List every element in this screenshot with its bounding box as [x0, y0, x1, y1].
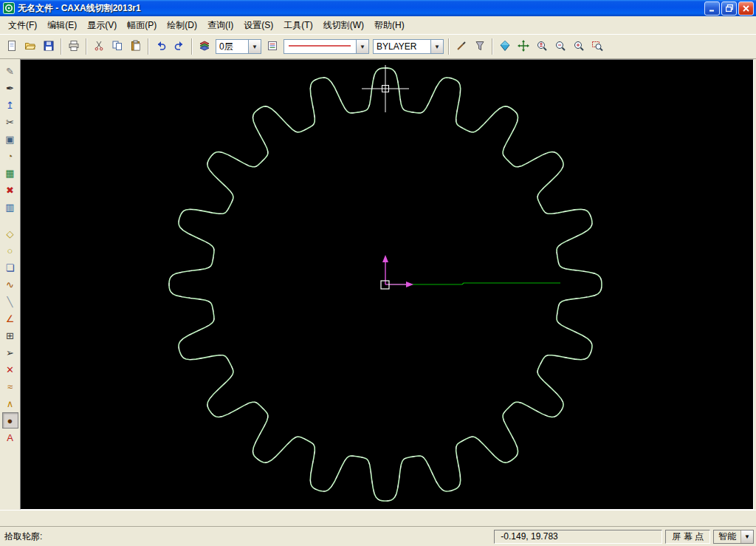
filter-button[interactable]	[471, 38, 489, 55]
title-bar: 无名文件 - CAXA线切割2013r1	[0, 0, 756, 16]
text-tool-icon[interactable]: A	[2, 429, 18, 446]
window-frame-icon[interactable]: ▣	[2, 131, 18, 147]
chevron-down-icon[interactable]: ▼	[356, 40, 368, 53]
status-prompt: 拾取轮廓:	[2, 530, 491, 543]
layer-manager-button[interactable]	[196, 38, 213, 55]
caret-tool-icon[interactable]: ∧	[2, 395, 18, 412]
cut-icon	[93, 40, 105, 54]
ellipse-tool-icon[interactable]: ○	[2, 242, 18, 259]
main-area: ✎✒↥✂▣◔▦✖▥◇○❏∿╲∠⊞➢✕≈∧●A	[0, 59, 756, 510]
undo-icon	[155, 40, 167, 54]
zoom-window-button[interactable]	[588, 38, 606, 55]
menu-settings[interactable]: 设置(S)	[238, 16, 278, 35]
axis-tool-icon[interactable]: ↥	[2, 97, 18, 113]
toolbar: 0层▼▼BYLAYER▼	[0, 35, 756, 59]
restore-button[interactable]	[721, 1, 737, 16]
zoom-out-button[interactable]	[551, 38, 569, 55]
toolbar-separator	[191, 38, 193, 55]
left-toolbar: ✎✒↥✂▣◔▦✖▥◇○❏∿╲∠⊞➢✕≈∧●A	[0, 59, 20, 510]
cut-button[interactable]	[90, 38, 108, 55]
color-combo-value: BYLAYER	[377, 41, 429, 52]
window-title: 无名文件 - CAXA线切割2013r1	[18, 2, 703, 15]
sheet-icon	[267, 40, 278, 54]
polygon-tool-icon[interactable]: ◇	[2, 225, 18, 242]
toolbar-separator	[148, 38, 149, 55]
menu-bar: 文件(F)编辑(E)显示(V)幅面(P)绘制(D)查询(I)设置(S)工具(T)…	[0, 16, 756, 35]
array-tool-icon[interactable]: ⊞	[2, 327, 18, 344]
command-prompt-strip	[0, 510, 756, 526]
redo-button[interactable]	[171, 38, 188, 55]
toolbar-separator	[61, 38, 62, 55]
delete-table-icon[interactable]: ✖	[2, 182, 18, 198]
screen-point-toggle[interactable]: 屏 幕 点	[665, 530, 710, 544]
new-file-button[interactable]	[3, 38, 21, 55]
linetype-sheet-button[interactable]	[264, 38, 281, 55]
render-button[interactable]	[496, 38, 514, 55]
wave-tool-icon[interactable]: ≈	[2, 378, 18, 395]
chevron-down-icon[interactable]: ▼	[740, 530, 753, 543]
dynamic-zoom-button[interactable]	[533, 38, 551, 55]
wand-icon	[456, 40, 467, 54]
app-icon	[3, 2, 15, 14]
zoom-in-button[interactable]	[570, 38, 588, 55]
pen-tool-icon[interactable]: ✒	[2, 80, 18, 96]
menu-tools[interactable]: 工具(T)	[278, 16, 317, 35]
menu-edit[interactable]: 编辑(E)	[42, 16, 82, 35]
toolbar-separator	[86, 38, 87, 55]
block-tool-icon[interactable]: ❏	[2, 259, 18, 276]
image-grid-icon[interactable]: ▦	[2, 165, 18, 181]
close-button[interactable]	[738, 1, 754, 16]
copy-icon	[111, 40, 123, 54]
linetype-combo[interactable]: ▼	[284, 39, 369, 54]
dynzoom-icon	[536, 40, 548, 54]
layers-icon	[199, 40, 210, 54]
drawing-svg	[21, 60, 752, 509]
undo-button[interactable]	[152, 38, 170, 55]
save-file-button[interactable]	[40, 38, 58, 55]
minimize-button[interactable]	[704, 1, 720, 16]
paste-button[interactable]	[127, 38, 145, 55]
menu-file[interactable]: 文件(F)	[3, 16, 42, 35]
angle-tool-icon[interactable]: ∠	[2, 310, 18, 327]
menu-paper[interactable]: 幅面(P)	[122, 16, 162, 35]
toolbar-separator	[492, 38, 493, 55]
snap-mode-value: 智能	[718, 530, 736, 543]
open-icon	[24, 40, 36, 54]
paste-icon	[130, 40, 142, 54]
linetype-combo-value	[287, 41, 354, 52]
print-icon	[68, 40, 80, 54]
color-combo[interactable]: BYLAYER▼	[373, 39, 444, 54]
funnel-icon	[474, 40, 486, 54]
trim-scissors-icon[interactable]: ✂	[2, 114, 18, 130]
menu-help[interactable]: 帮助(H)	[369, 16, 410, 35]
pick-arrow-icon[interactable]: ➢	[2, 344, 18, 361]
layer-combo[interactable]: 0层▼	[216, 39, 261, 54]
match-properties-button[interactable]	[453, 38, 470, 55]
line-tool-icon[interactable]: ╲	[2, 293, 18, 310]
chevron-down-icon[interactable]: ▼	[430, 40, 443, 53]
pan-icon	[518, 40, 529, 54]
layer-combo-value: 0层	[219, 41, 247, 53]
status-bar: 拾取轮廓: -0.149, 19.783 屏 幕 点 智能 ▼	[0, 526, 756, 546]
open-file-button[interactable]	[21, 38, 39, 55]
copy-button[interactable]	[109, 38, 126, 55]
menu-view[interactable]: 显示(V)	[82, 16, 122, 35]
menu-wirecut[interactable]: 线切割(W)	[318, 16, 369, 35]
menu-query[interactable]: 查询(I)	[202, 16, 238, 35]
pan-button[interactable]	[515, 38, 532, 55]
spring-tool-icon[interactable]: ∿	[2, 276, 18, 293]
menu-draw[interactable]: 绘制(D)	[162, 16, 202, 35]
chevron-down-icon[interactable]: ▼	[248, 40, 261, 53]
save-icon	[43, 40, 55, 54]
zoomwin-icon	[591, 40, 603, 54]
pencil-tool-icon[interactable]: ✎	[2, 63, 18, 79]
snap-mode-combo[interactable]: 智能 ▼	[713, 530, 754, 544]
delete-tool-icon[interactable]: ✕	[2, 361, 18, 378]
print-button[interactable]	[65, 38, 83, 55]
drawing-canvas[interactable]	[20, 59, 754, 510]
clock-icon[interactable]: ◔	[2, 148, 18, 164]
new-icon	[6, 40, 18, 54]
dot-tool-icon[interactable]: ●	[2, 412, 18, 429]
chart-sheet-icon[interactable]: ▥	[2, 199, 18, 215]
diamond-icon	[499, 40, 511, 54]
